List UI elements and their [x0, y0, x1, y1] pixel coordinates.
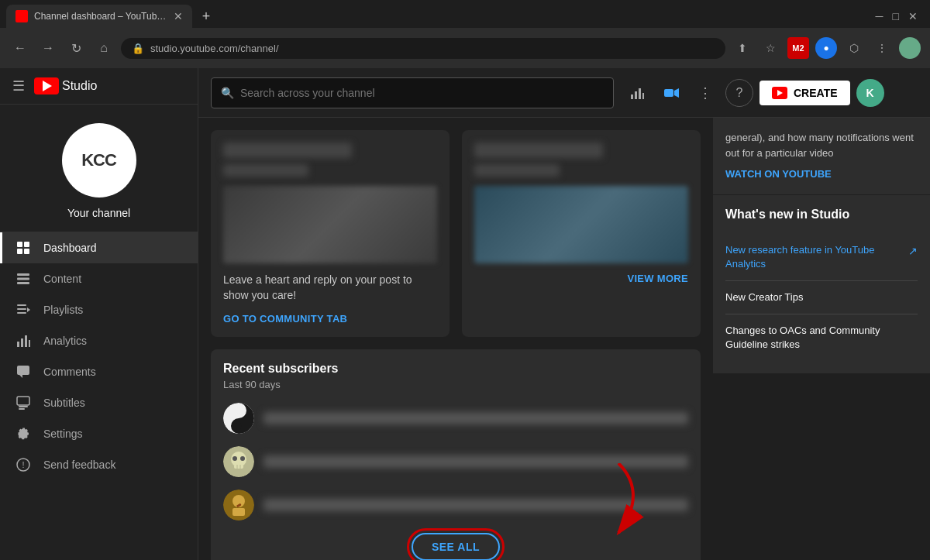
subtitles-icon	[16, 395, 31, 411]
sidebar-item-settings-label: Settings	[43, 428, 83, 440]
svg-rect-7	[17, 304, 26, 306]
whats-new-link-1[interactable]: New research feature in YouTube Analytic…	[725, 243, 918, 271]
extensions-button[interactable]: ⬡	[843, 37, 865, 59]
svg-rect-2	[17, 249, 22, 254]
svg-marker-27	[674, 88, 679, 98]
whats-new-item-1[interactable]: New research feature in YouTube Analytic…	[725, 234, 918, 281]
create-label: CREATE	[794, 87, 838, 99]
svg-rect-14	[29, 340, 30, 347]
community-post-card: Leave a heart and reply on your post to …	[211, 130, 450, 337]
help-button[interactable]: ?	[725, 79, 753, 107]
subscriber-avatar-2	[223, 446, 254, 477]
sidebar-item-analytics[interactable]: Analytics	[0, 325, 198, 356]
content-icon	[16, 271, 31, 287]
community-tab-link[interactable]: GO TO COMMUNITY TAB	[223, 313, 347, 325]
svg-rect-3	[24, 249, 29, 254]
whats-new-item-2[interactable]: New Creator Tips	[725, 281, 918, 314]
extension-icon-2[interactable]: ●	[815, 37, 837, 59]
sidebar-item-content[interactable]: Content	[0, 263, 198, 294]
settings-icon	[16, 426, 31, 441]
svg-point-30	[236, 423, 242, 429]
search-bar[interactable]: 🔍	[211, 77, 614, 108]
topbar: 🔍 ⋮	[198, 68, 930, 118]
sidebar-item-subtitles[interactable]: Subtitles	[0, 387, 198, 418]
forward-button[interactable]: →	[37, 37, 59, 59]
search-input[interactable]	[240, 87, 604, 99]
menu-dots-icon[interactable]: ⋮	[691, 79, 719, 107]
browser-nav: ← → ↻ ⌂ 🔒 studio.youtube.com/channel/ ⬆ …	[0, 28, 930, 68]
subscriber-avatar-1	[223, 403, 254, 434]
notice-text: general), and how many notifications wen…	[725, 130, 918, 160]
svg-text:!: !	[22, 460, 24, 469]
close-button[interactable]: ✕	[908, 10, 918, 22]
whats-new-item-3-text: Changes to OACs and Community Guideline …	[725, 324, 918, 352]
list-item	[223, 446, 688, 477]
playlists-icon	[16, 302, 31, 318]
browser-profile-icon[interactable]	[899, 37, 921, 59]
browser-action-icons: ⬆ ☆ M2 ● ⬡ ⋮	[732, 37, 921, 59]
svg-rect-6	[17, 282, 29, 284]
see-all-button[interactable]: SEE ALL	[412, 533, 500, 560]
youtube-studio-logo[interactable]: Studio	[34, 77, 97, 94]
whats-new-section: What's new in Studio New research featur…	[713, 195, 930, 374]
menu-button[interactable]: ⋮	[871, 37, 893, 59]
create-icon	[772, 87, 787, 99]
dashboard-icon	[16, 240, 31, 256]
svg-rect-13	[25, 335, 27, 347]
sidebar-item-settings[interactable]: Settings	[0, 418, 198, 449]
whats-new-item-3[interactable]: Changes to OACs and Community Guideline …	[725, 314, 918, 361]
svg-rect-22	[631, 94, 633, 99]
avatar[interactable]: KCC	[62, 123, 136, 198]
minimize-button[interactable]: ─	[876, 10, 884, 22]
user-avatar[interactable]: K	[856, 79, 884, 107]
hamburger-menu-button[interactable]: ☰	[12, 77, 25, 94]
sidebar-item-dashboard[interactable]: Dashboard	[0, 232, 198, 263]
share-icon[interactable]: ⬆	[732, 37, 753, 59]
blurred-thumbnail-1	[223, 186, 437, 263]
sidebar-item-comments[interactable]: Comments	[0, 356, 198, 387]
sidebar-item-send-feedback[interactable]: ! Send feedback	[0, 449, 198, 480]
home-button[interactable]: ⌂	[93, 37, 115, 59]
maximize-button[interactable]: □	[893, 10, 899, 22]
svg-rect-12	[21, 338, 23, 347]
url-text: studio.youtube.com/channel/	[150, 43, 279, 54]
watch-on-youtube-link[interactable]: WATCH ON YOUTUBE	[725, 167, 918, 182]
blurred-sub-2	[474, 164, 560, 177]
whats-new-title: What's new in Studio	[725, 208, 918, 222]
svg-point-34	[240, 456, 245, 461]
svg-rect-23	[635, 91, 637, 99]
refresh-button[interactable]: ↻	[65, 37, 87, 59]
new-tab-button[interactable]: +	[195, 5, 217, 27]
see-all-highlight: SEE ALL	[412, 533, 500, 560]
list-item	[223, 490, 688, 520]
sidebar-item-comments-label: Comments	[43, 366, 96, 378]
comments-icon	[16, 364, 31, 380]
community-card-text: Leave a heart and reply on your post to …	[223, 273, 437, 303]
browser-chrome: Channel dashboard – YouTube S… ✕ + ─ □ ✕…	[0, 0, 930, 68]
analytics-icon	[16, 333, 31, 349]
analytics-chart-icon[interactable]	[623, 79, 651, 107]
sidebar-item-playlists[interactable]: Playlists	[0, 294, 198, 325]
right-panel: general), and how many notifications wen…	[713, 118, 930, 560]
browser-tabs: Channel dashboard – YouTube S… ✕ + ─ □ ✕	[0, 0, 930, 28]
address-bar[interactable]: 🔒 studio.youtube.com/channel/	[121, 38, 725, 59]
svg-marker-16	[19, 375, 22, 378]
sidebar: ☰ Studio KCC Your channel	[0, 68, 198, 560]
view-more-link[interactable]: VIEW MORE	[627, 273, 688, 284]
sidebar-item-subtitles-label: Subtitles	[43, 397, 85, 409]
youtube-icon	[34, 77, 59, 94]
extension-icon-1[interactable]: M2	[787, 37, 809, 59]
send-feedback-icon: !	[16, 457, 31, 472]
back-button[interactable]: ←	[9, 37, 31, 59]
create-button[interactable]: CREATE	[760, 81, 850, 105]
svg-rect-19	[19, 408, 25, 410]
active-tab[interactable]: Channel dashboard – YouTube S… ✕	[6, 5, 192, 28]
svg-rect-9	[17, 312, 26, 314]
whats-new-item-1-text: New research feature in YouTube Analytic…	[725, 243, 905, 271]
bookmark-icon[interactable]: ☆	[760, 37, 781, 59]
svg-rect-11	[17, 342, 19, 347]
video-camera-icon[interactable]	[657, 79, 685, 107]
tab-close-button[interactable]: ✕	[174, 10, 183, 22]
subscribers-subtitle: Last 90 days	[223, 379, 688, 390]
subscriber-name-3	[264, 499, 688, 511]
